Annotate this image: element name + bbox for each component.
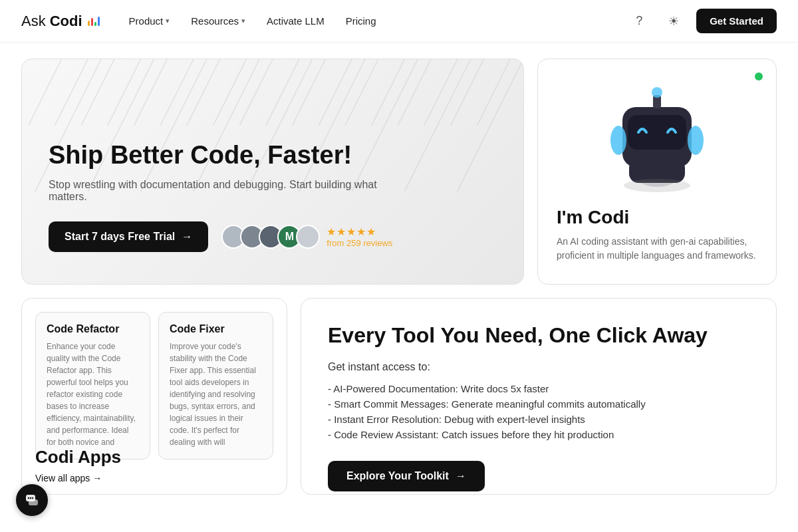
nav-activate-llm-label: Activate LLM <box>267 15 325 27</box>
codi-robot-illustration <box>604 74 710 194</box>
arrow-right-icon: → <box>182 231 192 243</box>
svg-line-16 <box>451 59 484 125</box>
theme-toggle-button[interactable]: ☀ <box>662 9 686 33</box>
svg-point-33 <box>688 126 704 155</box>
navbar-left: AskCodi Product ▾ Resources ▾ Activate L… <box>21 10 384 32</box>
review-info: ★★★★★ from 259 reviews <box>327 225 392 248</box>
logo[interactable]: AskCodi <box>21 13 100 30</box>
svg-line-11 <box>319 59 352 125</box>
codi-description: An AI coding assistant with gen-ai capab… <box>557 235 757 263</box>
svg-line-12 <box>345 59 378 125</box>
arrow-right-icon: → <box>92 473 102 483</box>
svg-point-40 <box>32 497 33 499</box>
code-fixer-text: Improve your code's stability with the C… <box>170 340 262 448</box>
list-item: - Instant Error Resolution: Debug with e… <box>328 412 749 427</box>
codi-apps-label: Codi Apps <box>35 447 121 467</box>
svg-line-5 <box>160 59 194 125</box>
chat-bubble-icon <box>25 493 39 507</box>
svg-line-10 <box>293 59 326 125</box>
svg-line-1 <box>55 59 88 125</box>
nav-item-activate-llm[interactable]: Activate LLM <box>259 10 332 32</box>
navbar: AskCodi Product ▾ Resources ▾ Activate L… <box>0 0 798 43</box>
code-fixer-card: Code Fixer Improve your code's stability… <box>158 312 273 460</box>
logo-ask-text: Ask <box>21 13 46 30</box>
code-refactor-text: Enhance your code quality with the Code … <box>47 340 139 448</box>
svg-line-8 <box>239 59 273 125</box>
arrow-right-icon: → <box>456 470 466 482</box>
avatars-group: M <box>221 225 320 249</box>
svg-line-13 <box>372 59 405 125</box>
hero-content: Ship Better Code, Faster! Stop wrestling… <box>49 142 497 252</box>
top-row: Ship Better Code, Faster! Stop wrestling… <box>21 59 777 285</box>
svg-line-7 <box>213 59 247 125</box>
nav-item-resources[interactable]: Resources ▾ <box>183 10 253 32</box>
code-refactor-card: Code Refactor Enhance your code quality … <box>35 312 150 460</box>
section-title: Every Tool You Need, One Click Away <box>328 323 749 348</box>
codi-robot-area <box>557 74 757 194</box>
nav-pricing-label: Pricing <box>346 15 376 27</box>
svg-line-17 <box>477 59 511 125</box>
code-fixer-title: Code Fixer <box>170 323 262 335</box>
review-count: from 259 reviews <box>327 238 392 248</box>
svg-line-6 <box>187 59 220 125</box>
svg-line-3 <box>108 59 141 125</box>
svg-point-39 <box>30 497 31 499</box>
view-all-label: View all apps <box>35 473 90 483</box>
hero-title: Ship Better Code, Faster! <box>49 142 497 170</box>
help-icon-button[interactable]: ? <box>627 9 651 33</box>
trial-button-label: Start 7 days Free Trial <box>65 231 175 243</box>
svg-line-0 <box>29 59 62 125</box>
codi-card: I'm Codi An AI coding assistant with gen… <box>537 59 777 285</box>
svg-line-15 <box>424 59 458 125</box>
hero-actions: Start 7 days Free Trial → M ★★★★★ <box>49 221 497 252</box>
online-status-dot <box>755 72 763 80</box>
svg-line-4 <box>134 59 168 125</box>
main-content: Ship Better Code, Faster! Stop wrestling… <box>0 43 798 511</box>
star-rating: ★★★★★ <box>327 225 392 238</box>
list-item: - Smart Commit Messages: Generate meanin… <box>328 396 749 412</box>
access-list: - AI-Powered Documentation: Write docs 5… <box>328 381 749 442</box>
list-item: - AI-Powered Documentation: Write docs 5… <box>328 381 749 396</box>
logo-codi-text: Codi <box>50 13 82 30</box>
svg-rect-37 <box>29 499 38 505</box>
get-started-button[interactable]: Get Started <box>696 9 777 33</box>
trial-button[interactable]: Start 7 days Free Trial → <box>49 221 208 252</box>
chevron-down-icon: ▾ <box>166 17 170 25</box>
list-item: - Code Review Assistant: Catch issues be… <box>328 427 749 442</box>
svg-line-2 <box>81 59 114 125</box>
hero-subtitle: Stop wrestling with documentation and de… <box>49 179 381 203</box>
right-section: Every Tool You Need, One Click Away Get … <box>301 298 777 495</box>
nav-items: Product ▾ Resources ▾ Activate LLM Prici… <box>121 10 384 32</box>
bottom-row: Code Refactor Enhance your code quality … <box>21 298 777 495</box>
hero-card: Ship Better Code, Faster! Stop wrestling… <box>21 59 524 285</box>
chat-icon-button[interactable] <box>16 484 48 516</box>
svg-point-38 <box>28 497 29 499</box>
left-section: Code Refactor Enhance your code quality … <box>21 298 287 495</box>
svg-line-14 <box>398 59 432 125</box>
svg-point-35 <box>624 179 690 192</box>
chevron-down-icon: ▾ <box>241 17 245 25</box>
nav-product-label: Product <box>129 15 164 27</box>
access-intro: Get instant access to: <box>328 361 749 373</box>
svg-rect-29 <box>628 115 686 150</box>
logo-bars-icon <box>88 17 100 26</box>
avatar <box>296 225 320 249</box>
nav-item-product[interactable]: Product ▾ <box>121 10 178 32</box>
nav-item-pricing[interactable]: Pricing <box>338 10 384 32</box>
avatars-reviews: M ★★★★★ from 259 reviews <box>221 225 392 249</box>
code-refactor-title: Code Refactor <box>47 323 139 335</box>
svg-line-9 <box>266 59 299 125</box>
codi-name: I'm Codi <box>557 207 629 228</box>
svg-point-31 <box>652 87 662 98</box>
navbar-right: ? ☀ Get Started <box>627 9 777 33</box>
explore-toolkit-label: Explore Your Toolkit <box>346 470 449 482</box>
view-all-apps-link[interactable]: View all apps → <box>35 473 102 483</box>
nav-resources-label: Resources <box>191 15 239 27</box>
mini-cards-row: Code Refactor Enhance your code quality … <box>35 312 273 460</box>
svg-point-32 <box>610 126 626 155</box>
explore-toolkit-button[interactable]: Explore Your Toolkit → <box>328 461 485 491</box>
